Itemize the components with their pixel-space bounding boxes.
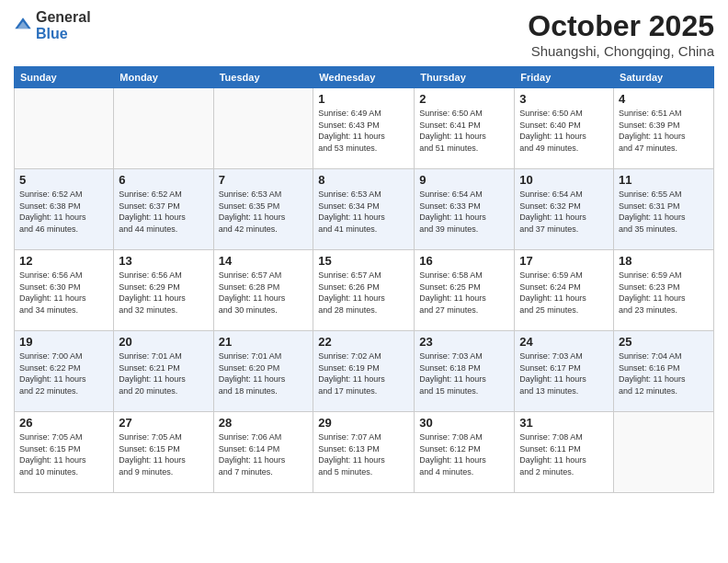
month-title: October 2025 xyxy=(528,9,714,43)
day-number: 14 xyxy=(219,254,309,268)
day-number: 25 xyxy=(619,335,709,349)
day-info: Sunrise: 7:08 AM Sunset: 6:11 PM Dayligh… xyxy=(519,431,609,477)
day-number: 24 xyxy=(519,335,609,349)
day-info: Sunrise: 7:03 AM Sunset: 6:18 PM Dayligh… xyxy=(419,350,509,396)
day-info: Sunrise: 6:52 AM Sunset: 6:38 PM Dayligh… xyxy=(19,189,108,235)
day-cell: 3Sunrise: 6:50 AM Sunset: 6:40 PM Daylig… xyxy=(515,88,614,169)
day-cell: 22Sunrise: 7:02 AM Sunset: 6:19 PM Dayli… xyxy=(313,331,415,412)
day-number: 15 xyxy=(318,254,409,268)
day-cell xyxy=(614,412,714,493)
logo-blue: Blue xyxy=(36,26,91,42)
day-info: Sunrise: 6:56 AM Sunset: 6:30 PM Dayligh… xyxy=(19,270,108,316)
col-thursday: Thursday xyxy=(415,67,515,88)
day-cell: 19Sunrise: 7:00 AM Sunset: 6:22 PM Dayli… xyxy=(15,331,114,412)
day-cell: 20Sunrise: 7:01 AM Sunset: 6:21 PM Dayli… xyxy=(114,331,213,412)
day-cell xyxy=(114,88,213,169)
day-cell: 31Sunrise: 7:08 AM Sunset: 6:11 PM Dayli… xyxy=(515,412,614,493)
day-info: Sunrise: 6:53 AM Sunset: 6:34 PM Dayligh… xyxy=(318,189,409,235)
day-info: Sunrise: 7:08 AM Sunset: 6:12 PM Dayligh… xyxy=(419,431,509,477)
day-number: 21 xyxy=(219,335,309,349)
day-info: Sunrise: 6:56 AM Sunset: 6:29 PM Dayligh… xyxy=(119,270,208,316)
col-friday: Friday xyxy=(515,67,614,88)
day-number: 22 xyxy=(318,335,409,349)
day-number: 28 xyxy=(219,416,309,430)
header: General Blue October 2025 Shuangshi, Cho… xyxy=(14,9,714,59)
day-cell: 11Sunrise: 6:55 AM Sunset: 6:31 PM Dayli… xyxy=(614,169,714,250)
day-cell: 25Sunrise: 7:04 AM Sunset: 6:16 PM Dayli… xyxy=(614,331,714,412)
day-info: Sunrise: 6:59 AM Sunset: 6:24 PM Dayligh… xyxy=(519,270,609,316)
day-info: Sunrise: 6:50 AM Sunset: 6:40 PM Dayligh… xyxy=(519,108,609,154)
day-info: Sunrise: 6:58 AM Sunset: 6:25 PM Dayligh… xyxy=(419,270,509,316)
day-cell: 27Sunrise: 7:05 AM Sunset: 6:15 PM Dayli… xyxy=(114,412,213,493)
week-row-1: 1Sunrise: 6:49 AM Sunset: 6:43 PM Daylig… xyxy=(15,88,714,169)
day-info: Sunrise: 7:02 AM Sunset: 6:19 PM Dayligh… xyxy=(318,350,409,396)
header-row: Sunday Monday Tuesday Wednesday Thursday… xyxy=(15,67,714,88)
day-cell: 29Sunrise: 7:07 AM Sunset: 6:13 PM Dayli… xyxy=(313,412,415,493)
day-number: 7 xyxy=(219,173,309,187)
day-info: Sunrise: 6:57 AM Sunset: 6:28 PM Dayligh… xyxy=(219,270,309,316)
day-number: 12 xyxy=(19,254,108,268)
day-cell: 6Sunrise: 6:52 AM Sunset: 6:37 PM Daylig… xyxy=(114,169,213,250)
day-info: Sunrise: 7:01 AM Sunset: 6:20 PM Dayligh… xyxy=(219,350,309,396)
day-cell: 17Sunrise: 6:59 AM Sunset: 6:24 PM Dayli… xyxy=(515,250,614,331)
day-number: 4 xyxy=(619,92,709,106)
day-number: 8 xyxy=(318,173,409,187)
day-cell: 4Sunrise: 6:51 AM Sunset: 6:39 PM Daylig… xyxy=(614,88,714,169)
logo-text: General Blue xyxy=(36,9,91,41)
day-cell: 5Sunrise: 6:52 AM Sunset: 6:38 PM Daylig… xyxy=(15,169,114,250)
day-info: Sunrise: 7:07 AM Sunset: 6:13 PM Dayligh… xyxy=(318,431,409,477)
week-row-2: 5Sunrise: 6:52 AM Sunset: 6:38 PM Daylig… xyxy=(15,169,714,250)
day-number: 19 xyxy=(19,335,108,349)
day-info: Sunrise: 7:05 AM Sunset: 6:15 PM Dayligh… xyxy=(119,431,208,477)
day-number: 5 xyxy=(19,173,108,187)
day-info: Sunrise: 7:03 AM Sunset: 6:17 PM Dayligh… xyxy=(519,350,609,396)
day-number: 2 xyxy=(419,92,509,106)
logo: General Blue xyxy=(14,9,91,41)
col-wednesday: Wednesday xyxy=(313,67,415,88)
day-cell: 26Sunrise: 7:05 AM Sunset: 6:15 PM Dayli… xyxy=(15,412,114,493)
logo-general: General xyxy=(36,9,91,26)
day-number: 11 xyxy=(619,173,709,187)
day-info: Sunrise: 6:54 AM Sunset: 6:32 PM Dayligh… xyxy=(519,189,609,235)
day-number: 10 xyxy=(519,173,609,187)
subtitle: Shuangshi, Chongqing, China xyxy=(528,43,714,59)
day-info: Sunrise: 6:59 AM Sunset: 6:23 PM Dayligh… xyxy=(619,270,709,316)
week-row-5: 26Sunrise: 7:05 AM Sunset: 6:15 PM Dayli… xyxy=(15,412,714,493)
day-number: 20 xyxy=(119,335,208,349)
day-number: 3 xyxy=(519,92,609,106)
day-cell: 24Sunrise: 7:03 AM Sunset: 6:17 PM Dayli… xyxy=(515,331,614,412)
col-tuesday: Tuesday xyxy=(213,67,313,88)
week-row-4: 19Sunrise: 7:00 AM Sunset: 6:22 PM Dayli… xyxy=(15,331,714,412)
day-info: Sunrise: 6:51 AM Sunset: 6:39 PM Dayligh… xyxy=(619,108,709,154)
day-number: 13 xyxy=(119,254,208,268)
logo-icon xyxy=(14,17,32,35)
col-sunday: Sunday xyxy=(15,67,114,88)
day-cell xyxy=(213,88,313,169)
day-cell: 28Sunrise: 7:06 AM Sunset: 6:14 PM Dayli… xyxy=(213,412,313,493)
day-number: 23 xyxy=(419,335,509,349)
day-info: Sunrise: 6:54 AM Sunset: 6:33 PM Dayligh… xyxy=(419,189,509,235)
day-cell: 12Sunrise: 6:56 AM Sunset: 6:30 PM Dayli… xyxy=(15,250,114,331)
day-cell: 30Sunrise: 7:08 AM Sunset: 6:12 PM Dayli… xyxy=(415,412,515,493)
day-cell: 23Sunrise: 7:03 AM Sunset: 6:18 PM Dayli… xyxy=(415,331,515,412)
col-saturday: Saturday xyxy=(614,67,714,88)
day-number: 18 xyxy=(619,254,709,268)
day-info: Sunrise: 6:53 AM Sunset: 6:35 PM Dayligh… xyxy=(219,189,309,235)
day-info: Sunrise: 6:49 AM Sunset: 6:43 PM Dayligh… xyxy=(318,108,409,154)
day-info: Sunrise: 7:06 AM Sunset: 6:14 PM Dayligh… xyxy=(219,431,309,477)
day-cell: 14Sunrise: 6:57 AM Sunset: 6:28 PM Dayli… xyxy=(213,250,313,331)
day-info: Sunrise: 7:04 AM Sunset: 6:16 PM Dayligh… xyxy=(619,350,709,396)
day-cell: 2Sunrise: 6:50 AM Sunset: 6:41 PM Daylig… xyxy=(415,88,515,169)
day-number: 26 xyxy=(19,416,108,430)
day-number: 30 xyxy=(419,416,509,430)
day-number: 1 xyxy=(318,92,409,106)
day-number: 27 xyxy=(119,416,208,430)
day-number: 9 xyxy=(419,173,509,187)
day-cell: 7Sunrise: 6:53 AM Sunset: 6:35 PM Daylig… xyxy=(213,169,313,250)
day-info: Sunrise: 7:00 AM Sunset: 6:22 PM Dayligh… xyxy=(19,350,108,396)
day-info: Sunrise: 6:52 AM Sunset: 6:37 PM Dayligh… xyxy=(119,189,208,235)
col-monday: Monday xyxy=(114,67,213,88)
day-cell: 9Sunrise: 6:54 AM Sunset: 6:33 PM Daylig… xyxy=(415,169,515,250)
title-section: October 2025 Shuangshi, Chongqing, China xyxy=(528,9,714,59)
page: General Blue October 2025 Shuangshi, Cho… xyxy=(0,0,728,563)
